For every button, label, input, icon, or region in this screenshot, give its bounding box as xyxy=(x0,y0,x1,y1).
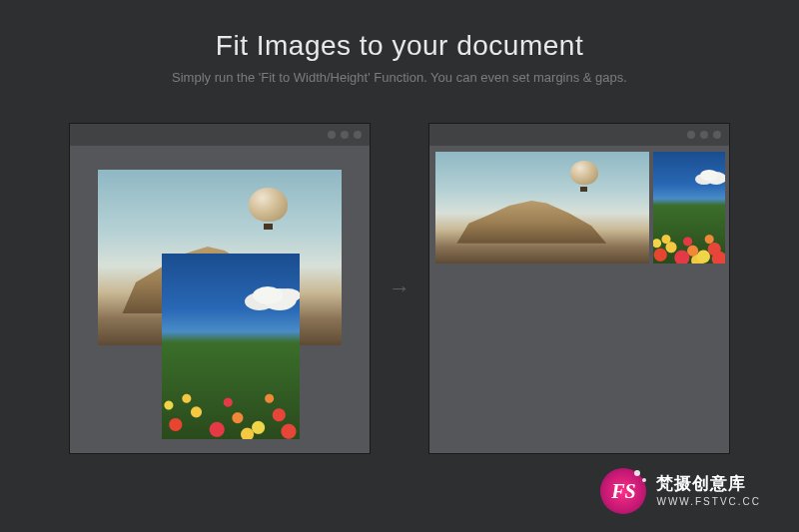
window-control-dot xyxy=(341,131,349,139)
header: Fit Images to your document Simply run t… xyxy=(0,0,799,85)
window-control-dot xyxy=(328,131,336,139)
before-canvas xyxy=(70,146,370,453)
window-control-dot xyxy=(700,131,708,139)
watermark-text: 梵摄创意库 WWW.FSTVC.CC xyxy=(656,475,761,507)
watermark-brand: 梵摄创意库 xyxy=(656,475,761,494)
watermark-badge-text: FS xyxy=(611,480,635,503)
image-balloon-landscape-fitted xyxy=(435,152,649,264)
window-titlebar xyxy=(429,124,729,146)
window-control-dot xyxy=(687,131,695,139)
watermark: FS 梵摄创意库 WWW.FSTVC.CC xyxy=(600,468,761,514)
comparison-row: → xyxy=(0,123,799,454)
watermark-url: WWW.FSTVC.CC xyxy=(656,496,761,507)
window-control-dot xyxy=(713,131,721,139)
arrow-icon: → xyxy=(389,275,410,301)
page-subtitle: Simply run the 'Fit to Width/Height' Fun… xyxy=(0,70,799,85)
after-panel xyxy=(428,123,730,454)
after-canvas xyxy=(429,146,729,453)
window-control-dot xyxy=(354,131,362,139)
before-panel xyxy=(69,123,371,454)
image-tulip-field-fitted xyxy=(653,152,725,264)
page-title: Fit Images to your document xyxy=(0,30,799,62)
watermark-badge: FS xyxy=(600,468,646,514)
window-titlebar xyxy=(70,124,370,146)
image-tulip-field xyxy=(162,254,300,439)
